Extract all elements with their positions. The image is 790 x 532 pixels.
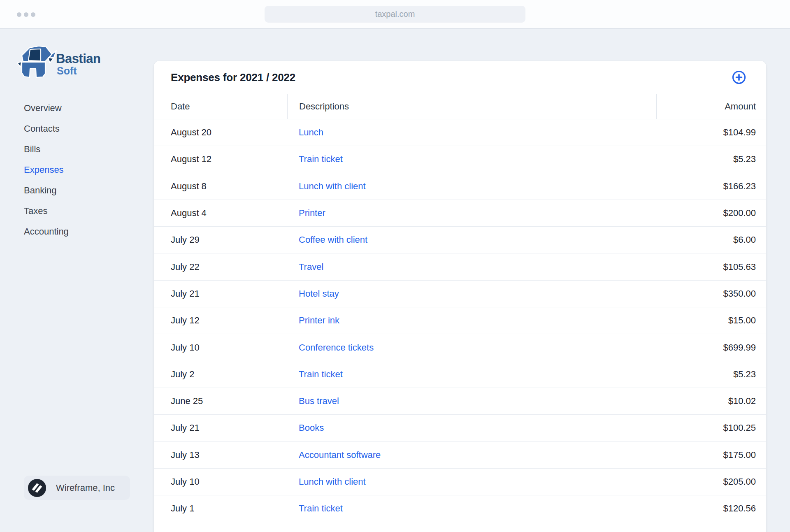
column-header-amount: Amount [656,94,766,119]
column-header-date: Date [154,94,287,119]
expense-amount: $175.00 [656,442,766,468]
expense-amount: $15.00 [656,307,766,334]
expense-description-link[interactable]: Lunch with client [299,181,366,192]
expense-amount: $200.00 [656,200,766,226]
sidebar-item-overview[interactable]: Overview [24,98,69,118]
expense-date: July 12 [154,307,287,334]
brand-logo: Bastian Soft [16,44,100,79]
expense-description-link[interactable]: Printer ink [299,315,339,326]
table-row: July 21 Books $100.25 [154,415,766,441]
table-header: Date Descriptions Amount [154,94,766,119]
expense-amount: $104.99 [656,119,766,146]
table-row: July 1 Train ticket $120.56 [154,495,766,522]
window-maximize-icon[interactable] [31,12,35,17]
organization-badge[interactable]: Wireframe, Inc [24,476,130,500]
sidebar-item-contacts[interactable]: Contacts [24,118,69,139]
expense-description-link[interactable]: Lunch [299,127,323,138]
brand-name-top: Bastian [56,52,100,65]
table-row: July 13 Accountant software $175.00 [154,442,766,469]
expense-date: August 20 [154,119,287,146]
table-row: July 22 Travel $105.63 [154,253,766,280]
table-row: August 20 Lunch $104.99 [154,119,766,146]
expense-description-link[interactable]: Printer [299,208,325,218]
browser-chrome: taxpal.com [0,0,790,29]
expense-amount: $205.00 [656,469,766,495]
table-row: August 12 Train ticket $5.23 [154,146,766,173]
sidebar: Bastian Soft Overview Contacts Bills Exp… [0,29,154,532]
expense-description-link[interactable]: Lunch with client [299,476,366,487]
expense-date: July 10 [154,334,287,360]
add-expense-button[interactable] [731,70,747,85]
expense-amount: $166.23 [656,173,766,200]
expense-description-link[interactable]: Train ticket [299,154,343,165]
column-header-descriptions: Descriptions [287,94,656,119]
table-row: August 8 Lunch with client $166.23 [154,173,766,200]
expense-amount: $100.25 [656,415,766,441]
expense-description-link[interactable]: Bus travel [299,396,339,407]
window-close-icon[interactable] [17,12,21,17]
page-title: Expenses for 2021 / 2022 [171,71,295,84]
expense-amount: $120.56 [656,495,766,522]
expense-description-link[interactable]: Train ticket [299,503,343,514]
expense-date: June 25 [154,388,287,414]
organization-name: Wireframe, Inc [56,483,115,493]
sidebar-nav: Overview Contacts Bills Expenses Banking… [24,98,69,242]
expense-date: July 29 [154,227,287,253]
brand-name-bottom: Soft [57,66,100,76]
expense-amount: $5.23 [656,361,766,388]
expense-description-link[interactable]: Coffee with client [299,235,367,245]
expense-description-link[interactable]: Train ticket [299,369,343,380]
expense-amount: $699.99 [656,334,766,360]
brand-wordmark: Bastian Soft [56,52,100,76]
table-row: July 10 Lunch with client $205.00 [154,469,766,495]
table-row: July 10 Conference tickets $699.99 [154,334,766,361]
expense-description-link[interactable]: Travel [299,262,323,272]
expense-date: July 22 [154,253,287,280]
sidebar-item-expenses[interactable]: Expenses [24,160,69,180]
table-row: July 21 Hotel stay $350.00 [154,281,766,307]
table-body: August 20 Lunch $104.99 August 12 Train … [154,119,766,522]
expense-description-link[interactable]: Books [299,423,324,433]
expense-amount: $350.00 [656,281,766,307]
expense-date: July 21 [154,415,287,441]
sidebar-item-banking[interactable]: Banking [24,180,69,201]
expense-description-link[interactable]: Conference tickets [299,342,374,353]
expenses-card: Expenses for 2021 / 2022 Date Descriptio… [154,61,766,532]
expense-date: July 21 [154,281,287,307]
card-header: Expenses for 2021 / 2022 [154,61,766,94]
plus-circle-icon [732,70,746,85]
table-row: July 2 Train ticket $5.23 [154,361,766,388]
expense-description-link[interactable]: Hotel stay [299,288,339,299]
table-row: August 4 Printer $200.00 [154,200,766,227]
expense-date: August 12 [154,146,287,172]
expense-amount: $10.02 [656,388,766,414]
expense-amount: $5.23 [656,146,766,172]
wireframe-logo-icon [28,479,46,497]
expense-amount: $105.63 [656,253,766,280]
table-row: July 29 Coffee with client $6.00 [154,227,766,253]
expense-amount: $6.00 [656,227,766,253]
expense-date: July 10 [154,469,287,495]
expense-date: August 4 [154,200,287,226]
sidebar-item-bills[interactable]: Bills [24,139,69,160]
address-bar[interactable]: taxpal.com [265,6,525,23]
table-row: June 25 Bus travel $10.02 [154,388,766,415]
window-controls [17,12,35,17]
elephant-logo-icon [16,44,57,79]
sidebar-item-accounting[interactable]: Accounting [24,221,69,242]
expense-date: August 8 [154,173,287,200]
app-page: Bastian Soft Overview Contacts Bills Exp… [0,29,790,532]
window-minimize-icon[interactable] [24,12,28,17]
expense-date: July 1 [154,495,287,522]
table-row: July 12 Printer ink $15.00 [154,307,766,334]
expense-description-link[interactable]: Accountant software [299,450,381,460]
sidebar-item-taxes[interactable]: Taxes [24,201,69,221]
expense-date: July 2 [154,361,287,388]
expense-date: July 13 [154,442,287,468]
